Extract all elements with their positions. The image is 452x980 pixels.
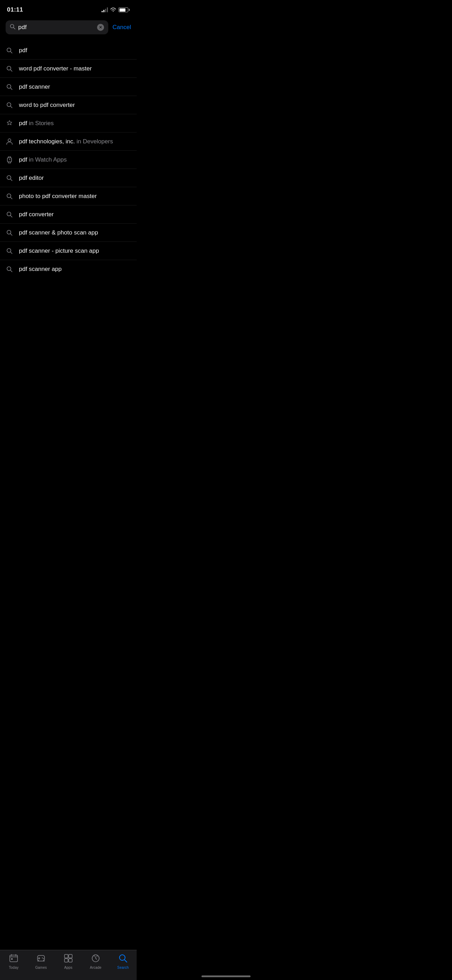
svg-line-3 xyxy=(11,51,12,53)
suggestion-item[interactable]: pdf in Watch Apps xyxy=(0,151,137,169)
suggestion-item[interactable]: pdf scanner app xyxy=(0,260,137,278)
svg-point-18 xyxy=(7,194,11,198)
svg-point-8 xyxy=(7,103,11,107)
suggestion-item[interactable]: pdf scanner xyxy=(0,78,137,96)
suggestion-text: photo to pdf converter master xyxy=(19,193,131,200)
search-bar[interactable]: pdf ✕ xyxy=(6,20,108,34)
svg-line-17 xyxy=(11,179,12,181)
suggestion-item[interactable]: pdf technologies, inc. in Developers xyxy=(0,132,137,151)
suggestion-text: pdf scanner xyxy=(19,83,131,91)
svg-point-22 xyxy=(7,230,11,234)
svg-point-24 xyxy=(7,248,11,252)
suggestion-text: pdf editor xyxy=(19,175,131,181)
suggestions-list: pdf word pdf converter - master pdf scan… xyxy=(0,41,137,278)
suggestion-item[interactable]: word pdf converter - master xyxy=(0,60,137,78)
suggestion-item[interactable]: pdf scanner & photo scan app xyxy=(0,224,137,242)
person-icon xyxy=(6,138,13,145)
watch-icon xyxy=(6,156,13,164)
search-icon xyxy=(6,192,13,200)
suggestion-text: pdf in Watch Apps xyxy=(19,156,131,163)
clear-button[interactable]: ✕ xyxy=(97,24,104,31)
search-icon xyxy=(10,24,16,31)
search-icon xyxy=(6,47,13,54)
suggestion-text: pdf in Stories xyxy=(19,120,131,127)
search-icon xyxy=(6,83,13,91)
suggestion-item[interactable]: pdf editor xyxy=(0,169,137,187)
suggestion-text: pdf converter xyxy=(19,211,131,218)
suggestion-text: pdf scanner & photo scan app xyxy=(19,229,131,236)
search-icon xyxy=(6,211,13,218)
suggestion-text: pdf technologies, inc. in Developers xyxy=(19,138,131,145)
svg-point-20 xyxy=(7,212,11,216)
search-icon xyxy=(6,229,13,237)
suggestion-text: pdf scanner app xyxy=(19,266,131,273)
suggestion-text: pdf scanner - picture scan app xyxy=(19,247,131,255)
svg-line-7 xyxy=(11,88,12,90)
suggestion-text: pdf xyxy=(19,47,131,54)
suggestion-item[interactable]: pdf xyxy=(0,41,137,60)
svg-rect-13 xyxy=(8,162,11,163)
svg-point-2 xyxy=(7,48,11,52)
search-bar-container: pdf ✕ Cancel xyxy=(0,18,137,38)
signal-icon xyxy=(102,7,108,12)
svg-point-16 xyxy=(7,176,11,180)
appstore-icon xyxy=(6,119,13,127)
status-time: 01:11 xyxy=(7,6,23,13)
search-icon xyxy=(6,65,13,73)
svg-line-1 xyxy=(14,28,16,29)
cancel-button[interactable]: Cancel xyxy=(113,24,131,31)
svg-line-19 xyxy=(11,197,12,199)
svg-line-25 xyxy=(11,252,12,254)
wifi-icon xyxy=(110,7,116,12)
suggestion-item[interactable]: pdf scanner - picture scan app xyxy=(0,242,137,260)
svg-line-23 xyxy=(11,234,12,235)
status-bar: 01:11 xyxy=(0,0,137,18)
suggestion-item[interactable]: photo to pdf converter master xyxy=(0,187,137,205)
search-icon xyxy=(6,247,13,255)
svg-point-26 xyxy=(7,267,11,270)
svg-rect-12 xyxy=(8,156,11,158)
search-input[interactable]: pdf xyxy=(18,24,94,31)
suggestion-item[interactable]: word to pdf converter xyxy=(0,96,137,114)
status-icons xyxy=(102,7,130,12)
svg-point-6 xyxy=(7,84,11,88)
search-icon xyxy=(6,101,13,109)
suggestion-text: word pdf converter - master xyxy=(19,65,131,72)
suggestion-text: word to pdf converter xyxy=(19,102,131,109)
battery-icon xyxy=(118,7,130,12)
svg-line-21 xyxy=(11,216,12,217)
svg-point-10 xyxy=(8,139,11,142)
suggestion-item[interactable]: pdf in Stories xyxy=(0,114,137,132)
search-icon xyxy=(6,265,13,273)
svg-point-4 xyxy=(7,66,11,70)
suggestion-item[interactable]: pdf converter xyxy=(0,205,137,224)
search-icon xyxy=(6,174,13,182)
svg-line-27 xyxy=(11,270,12,272)
svg-line-5 xyxy=(11,70,12,72)
svg-line-9 xyxy=(11,106,12,108)
